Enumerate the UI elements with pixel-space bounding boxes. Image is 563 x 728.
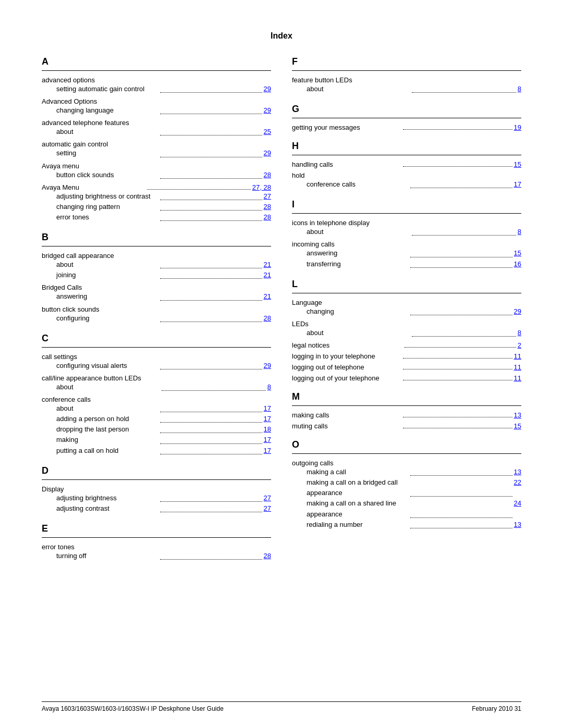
entry-page[interactable]: 13 xyxy=(514,520,521,530)
footer-left: Avaya 1603/1603SW/1603-I/1603SW-I IP Des… xyxy=(42,705,224,712)
entry-page[interactable]: 11 xyxy=(514,363,521,371)
entry-dots xyxy=(160,361,262,369)
entry-label: hold xyxy=(292,171,305,179)
index-sub-entry: making a call on a shared line appearanc… xyxy=(292,498,521,519)
entry-label: about xyxy=(56,403,158,414)
entry-page[interactable]: 24 xyxy=(514,498,521,519)
entry-dots xyxy=(403,411,512,417)
entry-page[interactable]: 15 xyxy=(514,248,521,258)
entry-page[interactable]: 27 xyxy=(264,191,271,202)
entry-page[interactable]: 8 xyxy=(518,227,521,237)
entry-page[interactable]: 8 xyxy=(518,328,521,338)
index-main-entry: Language xyxy=(292,299,521,306)
entry-group: Bridged Callsanswering21 xyxy=(42,283,271,302)
entry-page[interactable]: 28 xyxy=(264,212,271,223)
entry-dots xyxy=(160,127,262,135)
entry-page[interactable]: 15 xyxy=(514,161,521,168)
entry-page[interactable]: 27 xyxy=(264,503,271,514)
entry-page[interactable]: 13 xyxy=(514,411,521,419)
section-letter: H xyxy=(292,141,521,153)
right-column: Ffeature button LEDsabout8Ggetting your … xyxy=(292,56,521,571)
entry-page[interactable]: 29 xyxy=(264,84,271,94)
entry-page[interactable]: 29 xyxy=(514,306,521,317)
entry-page[interactable]: 28 xyxy=(264,313,271,324)
index-sub-entry: configuring visual alerts29 xyxy=(42,361,271,371)
entry-label: call/line appearance button LEDs xyxy=(42,374,141,382)
entry-group: error tonesturning off28 xyxy=(42,543,271,561)
index-main-entry: legal notices2 xyxy=(292,341,521,349)
entry-dots xyxy=(160,313,262,322)
entry-page[interactable]: 17 xyxy=(514,179,521,190)
entry-page[interactable]: 21 xyxy=(264,260,271,270)
entry-label: changing xyxy=(307,306,409,317)
entry-page[interactable]: 28 xyxy=(264,551,271,561)
index-sub-entry: button click sounds28 xyxy=(42,170,271,180)
entry-group: getting your messages19 xyxy=(292,124,521,131)
entry-page[interactable]: 17 xyxy=(264,403,271,414)
index-sub-entry: turning off28 xyxy=(42,551,271,561)
entry-page[interactable]: 21 xyxy=(264,291,271,302)
entry-page[interactable]: 18 xyxy=(264,424,271,435)
index-sub-entry: about8 xyxy=(292,84,521,94)
footer-right: February 2010 31 xyxy=(472,705,521,712)
entry-page[interactable]: 11 xyxy=(514,352,521,360)
entry-label: configuring xyxy=(56,313,158,324)
entry-dots xyxy=(410,179,512,188)
index-sub-entry: about17 xyxy=(42,403,271,414)
entry-page[interactable]: 19 xyxy=(514,124,521,131)
entry-page[interactable]: 22 xyxy=(514,477,521,498)
entry-group: button click soundsconfiguring28 xyxy=(42,305,271,324)
entry-page[interactable]: 2 xyxy=(518,341,521,349)
entry-page[interactable]: 17 xyxy=(264,435,271,445)
entry-label: setting xyxy=(56,148,158,158)
entry-dots xyxy=(160,403,262,412)
index-section: Ggetting your messages19 xyxy=(292,104,521,131)
entry-page[interactable]: 17 xyxy=(264,446,271,456)
index-sub-entry: adjusting brightness27 xyxy=(42,493,271,503)
entry-label: error tones xyxy=(56,212,158,223)
entry-label: bridged call appearance xyxy=(42,252,114,260)
entry-group: conference callsabout17adding a person o… xyxy=(42,396,271,456)
index-main-entry: bridged call appearance xyxy=(42,252,271,260)
entry-dots xyxy=(160,446,262,454)
entry-page[interactable]: 28 xyxy=(264,202,271,212)
index-sub-entry: about8 xyxy=(292,227,521,237)
entry-page[interactable]: 27 xyxy=(264,493,271,503)
entry-page[interactable]: 29 xyxy=(264,148,271,158)
index-main-entry: Avaya menu xyxy=(42,162,271,170)
entry-page[interactable]: 13 xyxy=(514,467,521,477)
section-divider xyxy=(42,70,271,71)
entry-label: adjusting contrast xyxy=(56,503,158,514)
entry-page[interactable]: 8 xyxy=(518,84,521,94)
entry-page[interactable]: 11 xyxy=(514,374,521,382)
entry-dots xyxy=(160,414,262,423)
entry-page[interactable]: 29 xyxy=(264,361,271,371)
entry-label: answering xyxy=(307,248,409,258)
entry-group: feature button LEDsabout8 xyxy=(292,76,521,94)
entry-page[interactable]: 15 xyxy=(514,422,521,430)
entry-dots xyxy=(160,148,262,157)
index-main-entry: error tones xyxy=(42,543,271,551)
entry-page[interactable]: 8 xyxy=(267,382,271,392)
index-columns: Aadvanced optionssetting automatic gain … xyxy=(42,56,521,571)
entry-group: handling calls15 xyxy=(292,161,521,168)
entry-page[interactable]: 27, 28 xyxy=(252,183,271,191)
entry-dots xyxy=(160,291,262,300)
section-divider xyxy=(42,347,271,348)
entry-label: LEDs xyxy=(292,320,309,328)
entry-page[interactable]: 17 xyxy=(264,414,271,424)
entry-page[interactable]: 21 xyxy=(264,270,271,280)
entry-group: incoming callsanswering15transferring16 xyxy=(292,240,521,269)
index-section: Iicons in telephone displayabout8incomin… xyxy=(292,199,521,269)
entry-page[interactable]: 16 xyxy=(514,259,521,269)
entry-page[interactable]: 28 xyxy=(264,170,271,180)
entry-page[interactable]: 25 xyxy=(264,127,271,137)
index-sub-entry: redialing a number13 xyxy=(292,520,521,530)
entry-dots xyxy=(160,260,262,268)
index-sub-entry: about25 xyxy=(42,127,271,137)
entry-label: making a call xyxy=(307,467,409,477)
index-main-entry: Bridged Calls xyxy=(42,283,271,291)
section-divider xyxy=(292,293,521,293)
entry-page[interactable]: 29 xyxy=(264,105,271,116)
entry-group: making calls13 xyxy=(292,411,521,419)
